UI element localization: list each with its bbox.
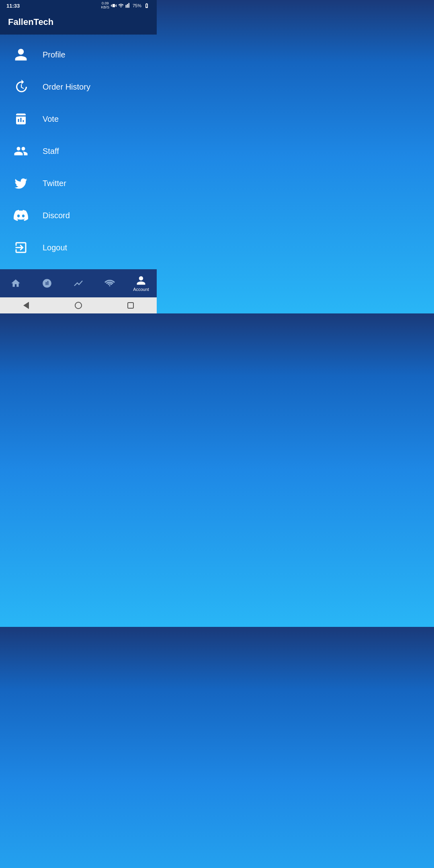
android-nav: [0, 297, 157, 313]
twitter-icon: [12, 174, 30, 192]
home-icon: [10, 278, 21, 289]
wifi-icon: [118, 3, 124, 8]
menu-label-order-history: Order History: [43, 82, 90, 92]
group-icon: [12, 142, 30, 160]
bar-chart-icon: [42, 278, 52, 289]
battery-text: 75%: [133, 3, 141, 8]
status-bar: 11:33 0.09KB/S 75%: [0, 0, 157, 11]
status-icons: 0.09KB/S 75%: [101, 2, 150, 10]
person-icon: [12, 46, 30, 63]
discord-icon: [12, 207, 30, 224]
android-back-button[interactable]: [21, 301, 31, 310]
menu-label-vote: Vote: [43, 115, 59, 124]
menu-item-discord[interactable]: Discord: [0, 199, 157, 231]
menu-item-order-history[interactable]: Order History: [0, 71, 157, 103]
menu-item-profile[interactable]: Profile: [0, 39, 157, 71]
battery-icon: [143, 3, 150, 8]
nav-item-chart[interactable]: [63, 269, 94, 297]
menu-item-staff[interactable]: Staff: [0, 135, 157, 167]
bottom-nav: Account: [0, 269, 157, 297]
menu-item-logout[interactable]: Logout: [0, 231, 157, 264]
nav-item-account[interactable]: Account: [125, 269, 157, 297]
app-title: FallenTech: [8, 17, 53, 27]
status-time: 11:33: [6, 3, 20, 9]
account-person-icon: [136, 275, 146, 286]
menu-item-twitter[interactable]: Twitter: [0, 167, 157, 199]
line-chart-icon: [73, 278, 84, 289]
menu-label-staff: Staff: [43, 147, 59, 156]
menu-label-logout: Logout: [43, 243, 67, 252]
nav-item-home[interactable]: [0, 269, 31, 297]
menu-label-discord: Discord: [43, 211, 70, 220]
data-speed: 0.09KB/S: [101, 2, 109, 10]
app-header: FallenTech: [0, 11, 157, 35]
vibrate-icon: [111, 3, 117, 8]
vote-icon: [12, 110, 30, 128]
nav-item-stats[interactable]: [31, 269, 63, 297]
menu-label-profile: Profile: [43, 50, 66, 59]
android-home-button[interactable]: [74, 301, 83, 310]
history-icon: [12, 78, 30, 96]
menu-label-twitter: Twitter: [43, 179, 66, 188]
menu-content: Profile Order History Vote Staff Twitter…: [0, 35, 157, 269]
menu-item-vote[interactable]: Vote: [0, 103, 157, 135]
nav-item-radio[interactable]: [94, 269, 125, 297]
radio-icon: [104, 278, 115, 289]
android-recents-button[interactable]: [126, 301, 135, 310]
nav-label-account: Account: [133, 287, 149, 292]
signal-icon: [125, 3, 131, 8]
logout-icon: [12, 239, 30, 256]
